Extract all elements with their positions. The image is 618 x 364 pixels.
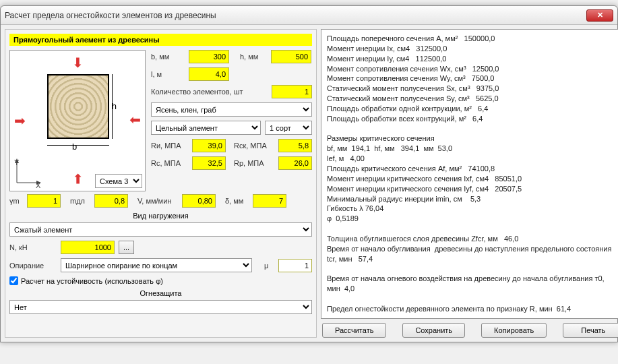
mu-label: μ <box>264 262 274 270</box>
h-label: h, мм <box>240 53 267 61</box>
calculate-button[interactable]: Рассчитать <box>322 323 386 338</box>
section-rect-wood: Прямоугольный элемент из древесины <box>9 34 312 46</box>
n-input[interactable] <box>61 241 115 254</box>
n-more-button[interactable]: ... <box>119 241 134 254</box>
arrow-right-icon: ➡ <box>14 113 26 129</box>
rp-input[interactable] <box>278 156 312 170</box>
wood-section <box>47 74 109 139</box>
save-button[interactable]: Сохранить <box>402 323 465 338</box>
element-type-select[interactable]: Цельный элемент <box>151 121 261 135</box>
qty-input[interactable] <box>272 85 312 98</box>
fire-protection-select[interactable]: Нет <box>9 300 312 314</box>
wood-species-select[interactable]: Ясень, клен, граб <box>151 102 312 117</box>
delta-label: δ, мм <box>225 197 249 205</box>
l-label: l, м <box>151 70 185 78</box>
cross-section-diagram: ⬇ ⬇ ➡ ➡ h b YX Схема 3 <box>9 50 146 191</box>
gm-label: γm <box>9 197 23 205</box>
rsk-input[interactable] <box>278 139 312 152</box>
b-label: b, мм <box>151 53 185 61</box>
rsk-label: Rск, МПА <box>234 142 274 150</box>
v-input[interactable] <box>182 194 216 208</box>
load-header: Вид нагружения <box>9 212 312 220</box>
fire-header: Огнезащита <box>9 289 312 297</box>
print-button[interactable]: Печать <box>563 323 618 338</box>
b-input[interactable] <box>189 50 229 63</box>
stability-checkbox[interactable] <box>9 276 18 285</box>
dim-b-label: b <box>72 142 77 152</box>
mdl-label: mдл <box>70 197 90 205</box>
window-title: Расчет предела огнестойкости элементов и… <box>5 11 216 20</box>
rp-label: Rр, МПА <box>234 159 274 167</box>
titlebar: Расчет предела огнестойкости элементов и… <box>1 6 617 25</box>
v-label: V, мм/мин <box>137 197 178 205</box>
h-input[interactable] <box>271 50 311 63</box>
l-input[interactable] <box>189 67 229 81</box>
scheme-select[interactable]: Схема 3 <box>95 174 142 188</box>
rc-label: Rс, МПА <box>151 159 188 167</box>
rc-input[interactable] <box>192 156 226 170</box>
arrow-down-icon: ⬇ <box>72 171 84 187</box>
app-window: Расчет предела огнестойкости элементов и… <box>0 5 618 342</box>
input-panel: Прямоугольный элемент из древесины ⬇ ⬇ ➡… <box>5 29 317 338</box>
support-label: Опирание <box>9 262 50 270</box>
load-type-select[interactable]: Сжатый элемент <box>9 222 312 237</box>
copy-button[interactable]: Копировать <box>481 323 547 338</box>
delta-input[interactable] <box>253 194 286 208</box>
support-select[interactable]: Шарнирное опирание по концам <box>61 258 252 272</box>
mdl-input[interactable] <box>94 194 128 208</box>
arrow-down-icon: ⬇ <box>72 55 84 71</box>
n-label: N, кН <box>9 243 36 251</box>
mu-input[interactable] <box>278 259 312 272</box>
ri-input[interactable] <box>192 139 226 152</box>
results-output[interactable]: Площадь поперечного сечения A, мм² 15000… <box>321 29 618 319</box>
close-button[interactable]: ✕ <box>586 9 613 22</box>
arrow-right-icon: ➡ <box>129 113 141 129</box>
qty-label: Количество элементов, шт <box>151 88 268 96</box>
dim-h-label: h <box>112 101 117 111</box>
ri-label: Rи, МПА <box>151 142 188 150</box>
close-icon: ✕ <box>597 11 603 20</box>
grade-select[interactable]: 1 сорт <box>265 121 312 135</box>
stability-label: Расчет на устойчивость (использовать φ) <box>21 277 163 285</box>
axes-icon: YX <box>13 158 41 188</box>
gm-input[interactable] <box>27 194 61 208</box>
